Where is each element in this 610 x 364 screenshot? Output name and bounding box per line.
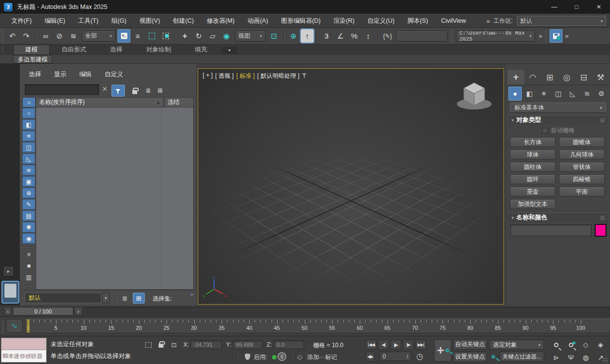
column-display-header[interactable]: ○ [22,97,36,107]
toolbar-overflow-icon[interactable]: » [539,32,542,40]
ribbon-tab-0[interactable]: 建模 [13,45,50,55]
snap-3d-button[interactable]: 3 [320,29,333,43]
viewport-general-menu[interactable]: [ + ] [203,72,213,80]
redo-button[interactable]: ↷ [20,29,33,43]
scene-object-list[interactable] [36,107,194,290]
toggle-display-helpers[interactable]: ◺ [22,154,35,164]
tab-motion[interactable]: ◎ [558,70,575,85]
menu-item-5[interactable]: 创建(C) [166,14,200,27]
ribbon-config-button[interactable]: ▼ [222,47,237,54]
spinner-down-icon[interactable]: ▾ [407,357,408,359]
button-cylinder[interactable]: 圆柱体 [510,162,555,172]
select-scale-button[interactable]: ▱ [206,29,219,43]
menu-item-9[interactable]: 渲染(R) [327,14,361,27]
keyboard-override-button[interactable]: ↑ [301,29,314,43]
spinner-snap-button[interactable]: ↕ [362,29,375,43]
toggle-display-swatch[interactable]: ■ [22,260,35,271]
sort-by-layer-button[interactable]: ≣ [119,293,131,304]
tab-utilities[interactable]: ⚒ [592,70,609,85]
timeline-ruler[interactable]: 0510152025303540455055606570758085909510… [26,319,610,333]
key-selection-dropdown[interactable]: 选定对象 ▾ [490,340,544,350]
toggle-display-notes[interactable]: ▥ [22,272,35,282]
auto-key-button[interactable]: 自动关键点 [453,339,487,350]
close-button[interactable]: ✕ [588,0,610,14]
time-configuration-button[interactable]: ◷ [415,352,424,361]
selection-lock-button[interactable] [157,340,166,349]
menu-item-8[interactable]: 图形编辑器(D) [275,14,327,27]
toggle-display-lights[interactable]: ☀ [22,131,35,141]
tab-polygon-modeling[interactable]: 多边形建模 [13,55,53,63]
go-to-start-button[interactable]: |◀◀ [366,340,377,350]
percent-snap-button[interactable]: % [348,29,361,43]
unlink-button[interactable]: ⊘ [53,29,66,43]
lock-explorer-button[interactable] [128,85,141,97]
button-box[interactable]: 长方体 [510,137,555,147]
maximize-button[interactable]: □ [565,0,588,14]
chevron-down-icon[interactable]: ▾ [102,293,110,303]
next-frame-arrow[interactable]: › [74,307,82,315]
object-name-field[interactable] [510,224,592,236]
category-helpers[interactable]: ◺ [566,87,579,101]
zoom-extents-all-button[interactable]: ◈ [594,339,608,351]
toolbar-grip[interactable] [1,29,4,43]
toolbar-grip[interactable] [545,29,548,43]
viewport-render-preset-menu[interactable]: [ 标准 ] [236,72,255,80]
toggle-display-text[interactable]: ≡ [22,249,35,260]
toggle-display-spacewarps[interactable]: ≋ [22,165,35,175]
search-input[interactable] [25,84,99,95]
key-filter-key-icon[interactable] [489,352,498,361]
toggle-display-materials[interactable]: ✱ [22,222,35,232]
category-lights[interactable]: ☀ [537,87,551,101]
tab-hierarchy[interactable]: ⊞ [541,70,558,85]
orbit-button[interactable]: ◍ [579,352,593,364]
button-text-plus[interactable]: 加强型文本 [510,199,555,209]
column-name-header[interactable]: 名称(按升序排序) ▲ [36,97,164,107]
toggle-display-bones[interactable]: ✎ [22,199,35,209]
ribbon-tab-2[interactable]: 选择 [98,45,134,55]
button-cone[interactable]: 圆锥体 [559,137,605,147]
object-type-rollout-header[interactable]: ▾ 对象类型 [508,115,608,125]
maxscript-mini-listener[interactable]: 脚本迷你侦听器 [1,338,47,363]
listener-script-row[interactable]: 脚本迷你侦听器 [1,350,46,362]
primitive-category-dropdown[interactable]: 标准基本体 ▾ [510,103,606,113]
pivot-center-button[interactable]: ⊡ [268,29,280,43]
collapse-all-button[interactable]: ≣ [143,85,154,97]
y-coordinate-field[interactable]: 95.688 [233,340,263,349]
select-object-button[interactable]: ↖ [117,29,130,43]
explorer-menu-2[interactable]: 编辑 [79,70,92,79]
x-coordinate-field[interactable]: -34.731 [190,340,222,349]
menu-item-10[interactable]: 自定义(U) [361,14,401,27]
button-geosphere[interactable]: 几何球体 [559,150,605,159]
filter-button[interactable] [111,85,125,97]
workspace-dropdown[interactable]: 默认 ▾ [517,16,606,26]
layout-tab-thumbnail[interactable] [1,281,19,304]
key-filters-button[interactable]: 关键点过滤器... [499,352,544,362]
degradation-toggle-button[interactable]: 0 [277,352,286,361]
zoom-all-button[interactable] [564,339,578,351]
explorer-menu-3[interactable]: 自定义 [105,70,123,79]
tab-modify[interactable]: ◠ [524,70,541,85]
toolbar-grip[interactable] [450,29,453,43]
autogrid-checkbox[interactable] [542,128,548,134]
set-key-button[interactable]: 设置关键点 [453,352,487,362]
button-torus[interactable]: 圆环 [510,174,555,184]
previous-frame-arrow[interactable]: ‹ [4,307,12,315]
button-teapot[interactable]: 茶壶 [510,187,555,197]
ribbon-grip[interactable] [1,46,4,53]
select-rotate-button[interactable]: ↻ [192,29,205,43]
reference-coordinate-dropdown[interactable]: 视图 ▾ [235,31,266,42]
minimize-button[interactable]: — [543,0,565,14]
ribbon-tab-3[interactable]: 对象绘制 [134,45,183,55]
selection-filter-dropdown[interactable]: 全部 ▾ [82,31,115,42]
category-spacewarps[interactable]: ≋ [580,87,594,101]
select-place-button[interactable]: ◉ [220,29,233,43]
layout-expand-button[interactable]: ▸ [4,267,13,275]
window-crossing-button[interactable] [159,29,172,43]
zoom-button[interactable] [549,339,563,351]
menu-item-1[interactable]: 编辑(E) [38,14,72,27]
time-slider-handle[interactable]: 0 / 100 [13,307,73,315]
ribbon-tab-1[interactable]: 自由形式 [50,45,98,55]
select-manipulate-button[interactable]: ⊕ [287,29,300,43]
go-to-end-button[interactable]: ▶▶| [415,340,426,350]
tab-create[interactable]: + [507,70,524,85]
